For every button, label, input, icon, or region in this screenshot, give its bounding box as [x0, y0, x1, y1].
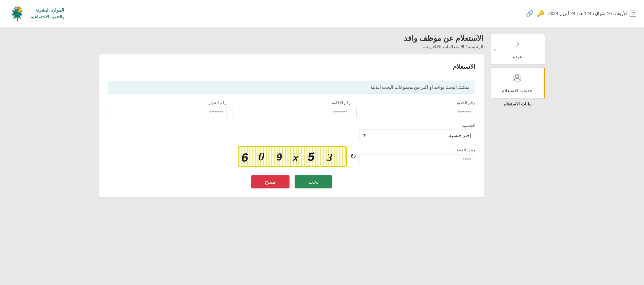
- header-icons: 🔑 🔗: [526, 10, 544, 17]
- svg-rect-27: [298, 146, 299, 167]
- nationality-select-wrapper: إختر جنسية ▼: [360, 130, 475, 141]
- section-title: الاستعلام: [108, 63, 475, 74]
- logo-icon: [7, 3, 27, 24]
- svg-rect-17: [271, 146, 272, 167]
- search-fields-row: رقم الحدود رقم الإقامة رقم الجواز: [108, 100, 475, 118]
- svg-text:0: 0: [258, 150, 265, 163]
- nationality-field-group: الجنسية إختر جنسية ▼: [360, 123, 475, 141]
- info-bar: يمكنك البحث بواحد او اكثر من مجموعات الب…: [108, 81, 475, 94]
- residence-label: رقم الإقامة: [232, 100, 351, 105]
- nationality-row: الجنسية إختر جنسية ▼: [108, 123, 475, 141]
- key-icon[interactable]: 🔑: [537, 10, 544, 17]
- svg-rect-22: [285, 146, 286, 167]
- svg-rect-16: [268, 146, 269, 167]
- svg-rect-37: [326, 146, 327, 167]
- svg-rect-29: [304, 146, 305, 167]
- service-label: خدمات الاستعلام: [502, 88, 532, 93]
- captcha-label: رمز التحقق: [360, 148, 475, 152]
- svg-rect-36: [323, 146, 324, 167]
- svg-rect-35: [320, 146, 321, 167]
- svg-rect-9: [249, 146, 250, 167]
- refresh-icon[interactable]: ↻: [350, 152, 356, 161]
- residence-field-group: رقم الإقامة: [232, 100, 351, 118]
- svg-rect-34: [317, 146, 318, 167]
- clear-button[interactable]: مسح: [251, 175, 290, 188]
- svg-text:5: 5: [307, 150, 315, 165]
- captcha-image-area: ↻: [108, 146, 356, 167]
- svg-rect-11: [255, 146, 256, 167]
- residence-input[interactable]: [232, 107, 351, 118]
- captcha-row: رمز التحقق ↻: [108, 146, 475, 167]
- svg-rect-28: [301, 146, 302, 167]
- search-button[interactable]: بحث: [295, 175, 332, 188]
- svg-rect-42: [339, 146, 340, 167]
- svg-rect-24: [290, 146, 291, 167]
- link-icon[interactable]: 🔗: [526, 10, 533, 17]
- nationality-label: الجنسية: [360, 123, 475, 128]
- service-icon: [512, 73, 522, 85]
- header: 17 الأربعاء، 10 شوال 1445 هـ | 24 أبريل …: [0, 0, 644, 27]
- svg-rect-41: [336, 146, 337, 167]
- sidebar-service-button[interactable]: خدمات الاستعلام: [491, 67, 545, 99]
- captcha-field-group: رمز التحقق: [360, 148, 475, 165]
- data-label: بيانات الاستعلام: [491, 101, 545, 106]
- calendar-icon: 17: [629, 11, 637, 17]
- back-label: عودة: [513, 54, 523, 59]
- page-title: الاستعلام عن موظف وافد: [99, 34, 484, 43]
- svg-rect-40: [334, 146, 335, 167]
- passport-label: رقم الجواز: [108, 100, 227, 105]
- nationality-select[interactable]: إختر جنسية: [360, 130, 475, 141]
- border-label: رقم الحدود: [356, 100, 475, 105]
- passport-input[interactable]: [108, 107, 227, 118]
- date-text: الأربعاء، 10 شوال 1445 هـ | 24 أبريل 202…: [548, 11, 627, 16]
- logo-text: الموارد البشرية والتنمية الاجتماعية: [31, 7, 64, 20]
- date-area: 17 الأربعاء، 10 شوال 1445 هـ | 24 أبريل …: [548, 11, 637, 17]
- breadcrumb: الرئيسية / الاستعلامات الالكترونية: [99, 44, 484, 49]
- svg-rect-10: [252, 146, 253, 167]
- sidebar-back-button[interactable]: › عودة: [491, 34, 545, 65]
- captcha-image: 6 0 9 x 5 3: [238, 146, 347, 167]
- chevron-right-icon: ›: [494, 47, 496, 52]
- form-card: الاستعلام يمكنك البحث بواحد او اكثر من م…: [99, 54, 484, 197]
- page-container: › عودة خدمات الاستعلام بيانات الاستعلام: [93, 27, 552, 204]
- svg-rect-23: [287, 146, 288, 167]
- logo-area: الموارد البشرية والتنمية الاجتماعية: [7, 3, 64, 24]
- header-left: 17 الأربعاء، 10 شوال 1445 هـ | 24 أبريل …: [526, 10, 637, 17]
- back-icon: [513, 39, 523, 51]
- svg-point-2: [515, 74, 519, 78]
- captcha-input[interactable]: [360, 154, 475, 165]
- captcha-svg: 6 0 9 x 5 3: [238, 146, 346, 167]
- buttons-row: بحث مسح: [108, 175, 475, 188]
- page-title-area: الاستعلام عن موظف وافد الرئيسية / الاستع…: [99, 34, 484, 49]
- sidebar: › عودة خدمات الاستعلام بيانات الاستعلام: [491, 34, 545, 197]
- svg-rect-18: [274, 146, 275, 167]
- border-input[interactable]: [356, 107, 475, 118]
- svg-rect-15: [266, 146, 267, 167]
- svg-text:6: 6: [240, 151, 249, 166]
- border-field-group: رقم الحدود: [356, 100, 475, 118]
- passport-field-group: رقم الجواز: [108, 100, 227, 118]
- svg-rect-43: [342, 146, 343, 167]
- svg-rect-5: [238, 146, 240, 167]
- svg-rect-44: [345, 146, 346, 167]
- main-content: الاستعلام عن موظف وافد الرئيسية / الاستع…: [99, 34, 484, 197]
